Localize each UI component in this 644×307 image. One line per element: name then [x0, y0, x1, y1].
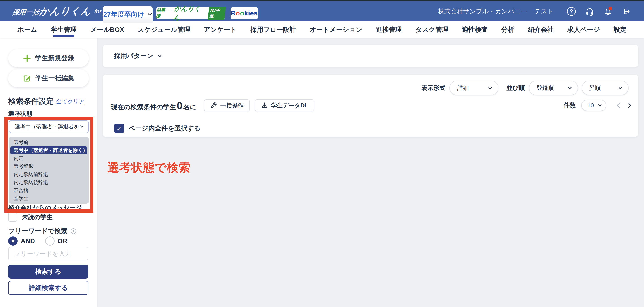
dropdown-option[interactable]: 内定: [9, 154, 89, 162]
per-page-label: 件数: [564, 101, 576, 109]
selection-status-value: 選考中（落選者・辞退者を除く）: [15, 123, 79, 130]
pattern-card: 採用パターン: [103, 45, 638, 67]
nav-item-アンケート[interactable]: アンケート: [204, 21, 237, 38]
user-name: テスト: [534, 7, 554, 16]
nav-item-分析[interactable]: 分析: [501, 21, 514, 38]
freeword-input[interactable]: [8, 247, 88, 260]
or-radio[interactable]: [45, 236, 54, 246]
chevron-left-icon: [616, 102, 620, 109]
pattern-select[interactable]: 採用パターン: [114, 45, 162, 67]
chevron-down-icon: [618, 87, 622, 90]
nav-item-オートメーション[interactable]: オートメーション: [310, 21, 362, 38]
headset-icon[interactable]: [584, 6, 595, 17]
select-all-row: ✓ ページ内全件を選択する: [114, 124, 200, 133]
dropdown-option[interactable]: 選考中（落選者・辞退者を除く）: [10, 146, 87, 154]
results-card: 表示形式 詳細 並び順 登録順 昇順 現在の検索条件の学生 0 名に: [103, 75, 638, 137]
company-name: 株式会社サンプル・カンパニー: [438, 7, 527, 16]
pattern-select-label: 採用パターン: [114, 52, 154, 60]
logo-name: かんりくん: [39, 5, 92, 18]
download-students-label: 学生データDL: [271, 102, 308, 109]
freeword-operator-radios: AND OR: [8, 236, 67, 246]
nav-item-メールBOX[interactable]: メールBOX: [90, 21, 124, 38]
clear-all-link[interactable]: 全てクリア: [56, 98, 84, 105]
help-icon[interactable]: ?: [566, 6, 576, 17]
sort-order-select[interactable]: 昇順: [582, 81, 628, 95]
graduation-year-label: 27年度卒向け: [103, 10, 144, 19]
unread-filter-row: 未読の学生: [8, 213, 52, 221]
download-icon: [261, 102, 268, 109]
nav-item-紹介会社[interactable]: 紹介会社: [528, 21, 554, 38]
dropdown-option[interactable]: 選考辞退: [9, 162, 89, 170]
chevron-down-icon: [148, 13, 152, 16]
nav-item-label: ホーム: [18, 25, 37, 34]
chevron-down-icon: [568, 87, 572, 90]
display-format-select[interactable]: 詳細: [450, 81, 498, 95]
sort-key-select[interactable]: 登録順: [529, 81, 578, 95]
logo-badge-for: for: [94, 8, 102, 15]
rookies-product-button[interactable]: Rookies: [230, 7, 258, 19]
prev-page-button[interactable]: [616, 102, 620, 109]
question-circle-icon[interactable]: ?: [70, 228, 76, 234]
bulk-edit-button[interactable]: 学生一括編集: [8, 69, 89, 87]
account-info: 株式会社サンプル・カンパニー テスト: [438, 7, 554, 16]
header-right: 株式会社サンプル・カンパニー テスト ?: [438, 1, 632, 21]
notification-badge: [609, 7, 612, 10]
download-students-button[interactable]: 学生データDL: [255, 99, 314, 111]
pagination-cluster: 件数 10: [564, 99, 632, 111]
chevron-down-icon: [80, 125, 84, 128]
nav-item-適性検査[interactable]: 適性検査: [462, 21, 488, 38]
search-sidebar: 学生新規登録 学生一括編集 検索条件設定 全てクリア 選考状態 選考中（落選者・…: [0, 38, 97, 307]
nav-item-label: タスク管理: [416, 25, 448, 34]
nav-item-スケジュール管理[interactable]: スケジュール管理: [138, 21, 190, 38]
sort-label: 並び順: [506, 84, 525, 92]
nav-item-label: 紹介会社: [528, 25, 554, 34]
select-all-checkbox[interactable]: ✓: [114, 124, 124, 133]
select-all-label: ページ内全件を選択する: [128, 124, 200, 133]
selection-status-select[interactable]: 選考中（落選者・辞退者を除く）: [9, 120, 88, 133]
bulk-action-button[interactable]: 一括操作: [204, 99, 250, 111]
nav-item-label: 進捗管理: [376, 25, 402, 34]
nav-item-設定[interactable]: 設定: [614, 21, 626, 38]
nav-item-label: 採用フロー設計: [250, 25, 296, 34]
dropdown-option[interactable]: 不合格: [9, 187, 89, 195]
nav-item-label: アンケート: [204, 25, 237, 34]
per-page-select[interactable]: 10: [581, 100, 606, 111]
dropdown-option[interactable]: 選考前: [9, 138, 89, 146]
graduation-year-tab[interactable]: 27年度卒向け: [103, 6, 152, 23]
unread-checkbox[interactable]: [8, 213, 17, 221]
next-page-button[interactable]: [628, 102, 632, 109]
chuto-product-button[interactable]: 採用一括 かんりくん for中途: [156, 7, 225, 19]
and-radio[interactable]: [8, 236, 18, 246]
chevron-down-icon: [158, 55, 162, 58]
svg-text:?: ?: [72, 229, 74, 233]
nav-item-採用フロー設計[interactable]: 採用フロー設計: [250, 21, 296, 38]
nav-item-ホーム[interactable]: ホーム: [18, 21, 37, 38]
wrench-icon: [210, 102, 217, 109]
chuto-logo-name: かんりくん: [173, 4, 207, 22]
nav-item-label: 設定: [614, 25, 626, 34]
annotation-text: 選考状態で検索: [107, 160, 190, 175]
logout-icon[interactable]: [621, 6, 632, 17]
dropdown-option[interactable]: 内定承諾後辞退: [9, 179, 89, 187]
rookies-logo: Rookies: [231, 10, 258, 17]
nav-item-進捗管理[interactable]: 進捗管理: [376, 21, 402, 38]
bulk-actions-row: 現在の検索条件の学生 0 名に 一括操作 学生データDL: [111, 99, 314, 111]
detail-search-button[interactable]: 詳細検索する: [8, 281, 88, 295]
selection-status-label: 選考状態: [8, 110, 32, 118]
nav-item-求人ページ[interactable]: 求人ページ: [567, 21, 600, 38]
check-icon: ✓: [116, 125, 122, 132]
search-button[interactable]: 検索する: [8, 265, 88, 278]
and-radio-label: AND: [21, 237, 35, 245]
register-student-button[interactable]: 学生新規登録: [8, 49, 89, 67]
nav-item-label: 分析: [501, 25, 514, 34]
freeword-section-title: フリーワードで検索 ?: [8, 227, 76, 236]
dropdown-option[interactable]: 全学生: [9, 195, 89, 203]
result-count: 0: [177, 99, 182, 112]
nav-item-学生管理[interactable]: 学生管理: [51, 21, 77, 38]
list-controls: 表示形式 詳細 並び順 登録順 昇順: [421, 81, 628, 95]
nav-item-タスク管理[interactable]: タスク管理: [416, 21, 448, 38]
search-settings-title: 検索条件設定: [8, 96, 54, 107]
bell-icon[interactable]: [603, 6, 613, 17]
nav-item-label: メールBOX: [90, 25, 124, 34]
dropdown-option[interactable]: 内定承諾前辞退: [9, 170, 89, 179]
